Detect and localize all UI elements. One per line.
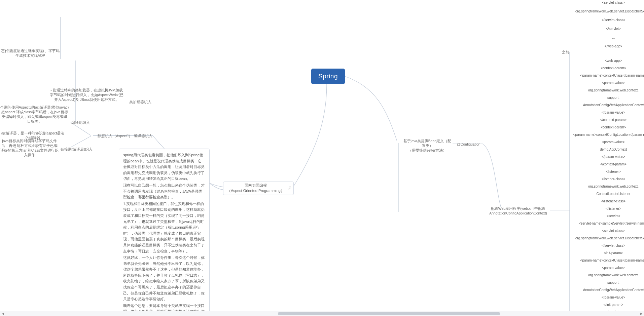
xml-line: org.springframework.web.context. <box>570 88 644 92</box>
xml-line: <servlet-class> <box>570 229 644 233</box>
scroll-thumb[interactable] <box>278 312 500 315</box>
xml-line: </param-value> <box>570 111 644 114</box>
xml-line: <servlet> <box>570 214 644 218</box>
mindmap-canvas[interactable]: Spring 面向切面编程 （Aspect Oriented Programmi… <box>0 0 644 316</box>
xml-line: support. <box>570 96 644 100</box>
classloader-weave-note: - 指通过特殊的类加载器，在虚拟机JVM加载字节码的时候进行织入，比如Aspec… <box>49 88 124 102</box>
bean-def-l2: （需要提供setter方法） <box>408 148 446 152</box>
xml-line: AnnotationConfigWebApplicationContext <box>570 103 644 107</box>
before-header-label: 之前 <box>562 50 569 55</box>
xml-line: <servlet-class> <box>570 1 644 4</box>
xml-line: </listener> <box>570 207 644 210</box>
scroll-right-arrow[interactable]: ▶ <box>639 311 644 316</box>
xml-line: demo.AppContext <box>570 148 644 151</box>
xml-line: </init-param> <box>570 303 644 307</box>
link-icon <box>287 186 292 191</box>
note-line: 现在可以自己想一想，怎么搞出来这个伪装类，才不会被调用者发现（过JVM的检查，J… <box>123 183 205 200</box>
weaver-label: 编译器织入 <box>134 134 152 139</box>
xml-line: </param-value> <box>570 155 644 159</box>
aop-node-text: 面向切面编程 （Aspect Oriented Programming） <box>227 183 284 194</box>
xml-line: <listener> <box>570 170 644 173</box>
scroll-left-arrow[interactable]: ◀ <box>0 311 5 316</box>
xml-line: </context-param> <box>570 118 644 122</box>
note-line: spring用代理类包裹切面，把他们织入到Spring管理的bean中。也就是说… <box>123 152 205 182</box>
xml-line: org.springframework.web.servlet.Dispatch… <box>570 9 644 13</box>
xml-line: org.springframework.web.servlet.Dispatch… <box>570 236 644 240</box>
webxml-l1: 配置Web应用程序(web.xml中配置 <box>491 206 545 210</box>
xml-line: <param-value> <box>570 81 644 85</box>
xml-line: org.springframework.web.context. <box>570 273 644 277</box>
link-weave-label: 链接期(编译后)织入 <box>61 147 91 152</box>
xml-line: support. <box>570 281 644 284</box>
webxml-l2: AnnotationConfigApplicationContext) <box>489 211 547 215</box>
xml-line: ContextLoaderListener <box>570 192 644 196</box>
xml-line: <servlet-name>sampleServlet</servlet-nam… <box>570 222 644 225</box>
xml-line: ... <box>570 36 644 39</box>
compile-weave-note: 个期间使用AspectJ的acj编译器(类似javac)把aspect 译成cl… <box>0 105 69 124</box>
configuration-label: @Configuation <box>457 142 480 146</box>
bean-def-l1: 基于java类提供Bean定义（配置类） <box>403 139 452 148</box>
compile-weave-label: 编译期织入 <box>71 120 90 125</box>
horizontal-scrollbar[interactable]: ◀ ▶ <box>0 311 644 316</box>
xml-line: <param-name>contextClass</param-name> <box>570 74 644 77</box>
ajc-label: ajc编译器，是一种能够识别aspect语法的编译器 <box>0 131 66 141</box>
aop-node[interactable]: 面向切面编程 （Aspect Oriented Programming） <box>223 182 294 195</box>
bean-def-label: 基于java类提供Bean定义（配置类） （需要提供setter方法） <box>402 139 453 153</box>
xml-line: </web-app> <box>570 44 644 48</box>
link-weave-note: java目标类同时编译成字节码文件后，再进 这种方式比较有助于已编译好的第三方j… <box>0 139 59 158</box>
dynproxy-label: 态代理(底层通过继承实现) 、字节码生成技术实现AOP <box>0 49 61 58</box>
xml-line: <param-name>contextClass</param-name> <box>570 259 644 262</box>
xml-line: AnnotationConfigWebApplicationContext <box>570 288 644 292</box>
xml-line: <init-param> <box>570 251 644 255</box>
xml-line: org.springframework.web.context. <box>570 185 644 188</box>
aop-node-line1: 面向切面编程 <box>245 183 267 187</box>
xml-line: <listener-class> <box>570 177 644 181</box>
xml-line: <param-value> <box>570 140 644 144</box>
xml-line: <param-value> <box>570 266 644 270</box>
xml-line: <web-app> <box>570 59 644 63</box>
xml-line: </context-param> <box>570 162 644 166</box>
xml-line: </servlet> <box>570 27 644 31</box>
aop-node-line2: （Aspect Oriented Programming） <box>227 189 284 193</box>
root-node[interactable]: Spring <box>311 69 345 84</box>
note-line: 1.实现和目标类相同的接口，我也实现和你一样的接口，反正上层都是接口级别的调用，… <box>123 201 205 254</box>
static-weave-label: 静态织入（AspectJ） <box>94 134 132 139</box>
xml-line: </param-value> <box>570 295 644 299</box>
xml-line: </listener-class> <box>570 199 644 203</box>
xml-line: <param-name>contextConfigLocation</param… <box>570 133 644 136</box>
xml-line: </servlet-class> <box>570 244 644 247</box>
root-label: Spring <box>318 73 338 80</box>
xml-line: </servlet-class> <box>570 18 644 22</box>
aop-note-block[interactable]: spring用代理类包裹切面，把他们织入到Spring管理的bean中。也就是说… <box>119 149 210 316</box>
note-line: 这就好比，一个人让你办件事，每次这个时候，你弟弟就会先出来，当然他分不出来了，以… <box>123 255 205 302</box>
xml-line: <context-param> <box>570 125 644 129</box>
edges-svg <box>0 0 644 316</box>
xml-line: <context-param> <box>570 66 644 70</box>
classloader-weave-label: 类加载器织入 <box>128 100 151 105</box>
webxml-label: 配置Web应用程序(web.xml中配置 AnnotationConfigApp… <box>486 206 550 215</box>
